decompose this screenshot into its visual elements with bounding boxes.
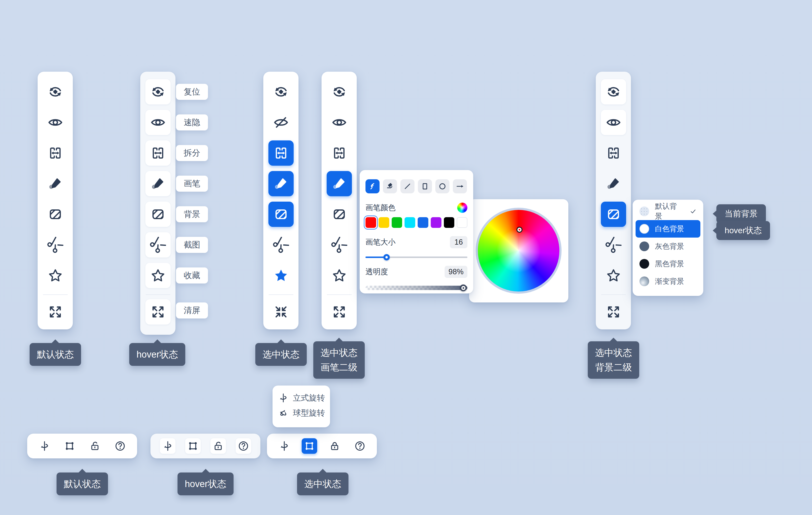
- screenshot-button[interactable]: [268, 232, 294, 258]
- toolbar-bottom-hover: [150, 434, 260, 458]
- brush-button-selected[interactable]: [268, 171, 294, 196]
- swatch-purple[interactable]: [431, 217, 441, 228]
- brush-color-row: 画笔颜色: [366, 202, 467, 213]
- frame-button-selected[interactable]: [302, 438, 317, 454]
- swatch-green[interactable]: [392, 217, 402, 228]
- rotate-vertical-button[interactable]: [37, 438, 52, 454]
- circle-icon: [438, 182, 447, 191]
- quick-hide-button[interactable]: [327, 110, 352, 135]
- screenshot-button[interactable]: [145, 232, 171, 258]
- lock-open-icon: [212, 440, 224, 452]
- line-tool-button[interactable]: [400, 179, 414, 193]
- brush-button[interactable]: [43, 171, 68, 196]
- arrow-tool-button[interactable]: [453, 179, 467, 193]
- split-button[interactable]: [43, 140, 68, 166]
- favorite-button[interactable]: [43, 263, 68, 288]
- swatch-red[interactable]: [366, 217, 376, 228]
- split-button[interactable]: [601, 140, 626, 166]
- lock-open-icon: [89, 440, 101, 452]
- background-button-selected[interactable]: [268, 201, 294, 227]
- pen-tool-button[interactable]: [366, 179, 380, 193]
- favorite-button[interactable]: [145, 263, 171, 288]
- background-button[interactable]: [43, 201, 68, 227]
- menu-item-black-bg[interactable]: 黑色背景: [636, 255, 700, 273]
- color-wheel-cursor[interactable]: [517, 227, 522, 232]
- help-button[interactable]: [236, 438, 251, 454]
- swatch-blue[interactable]: [418, 217, 428, 228]
- reset-button[interactable]: [268, 79, 294, 105]
- favorite-button[interactable]: [327, 263, 352, 288]
- background-button[interactable]: [145, 201, 171, 227]
- menu-item-gradient-bg[interactable]: 渐变背景: [636, 273, 700, 290]
- brush-size-value[interactable]: 16: [450, 236, 467, 248]
- background-icon: [606, 206, 621, 222]
- arrow-icon: [455, 182, 464, 191]
- split-button-selected[interactable]: [268, 140, 294, 166]
- opacity-value[interactable]: 98%: [444, 266, 467, 278]
- quick-hide-button[interactable]: [601, 110, 626, 135]
- lock-button[interactable]: [327, 438, 342, 454]
- swatch-white[interactable]: [457, 217, 467, 228]
- tooltip-reset: 复位: [176, 84, 208, 100]
- opacity-slider-knob[interactable]: [460, 284, 467, 291]
- eraser-tool-button[interactable]: [383, 179, 397, 193]
- help-button[interactable]: [352, 438, 368, 454]
- reset-icon: [47, 84, 63, 100]
- frame-button[interactable]: [62, 438, 78, 454]
- opacity-slider[interactable]: [366, 286, 467, 290]
- split-button[interactable]: [145, 140, 171, 166]
- menu-item-white-bg[interactable]: 白色背景: [636, 220, 700, 238]
- menu-item-label: 白色背景: [655, 224, 684, 234]
- lock-button[interactable]: [210, 438, 226, 454]
- brush-button[interactable]: [145, 171, 171, 196]
- quick-hide-button[interactable]: [145, 110, 171, 135]
- rect-tool-button[interactable]: [418, 179, 432, 193]
- color-wheel[interactable]: [476, 208, 561, 294]
- fullscreen-button[interactable]: [601, 299, 626, 325]
- screenshot-button[interactable]: [601, 232, 626, 258]
- callout-text-line1: 选中状态: [595, 346, 632, 360]
- fullscreen-button[interactable]: [43, 299, 68, 325]
- split-button[interactable]: [327, 140, 352, 166]
- brush-size-slider[interactable]: [366, 256, 467, 258]
- tooltip-background: 背景: [176, 206, 208, 222]
- lock-button[interactable]: [87, 438, 103, 454]
- swatch-cyan[interactable]: [405, 217, 415, 228]
- favorite-button-selected[interactable]: [268, 263, 294, 288]
- screenshot-button[interactable]: [327, 232, 352, 258]
- swatch-yellow[interactable]: [379, 217, 389, 228]
- menu-item-vertical-rotation[interactable]: 立式旋转: [278, 390, 325, 405]
- menu-item-sphere-rotation[interactable]: 球型旋转: [278, 405, 325, 421]
- brush-button-selected[interactable]: [327, 171, 352, 196]
- rotate-vertical-button[interactable]: [160, 438, 175, 454]
- frame-button[interactable]: [185, 438, 201, 454]
- slider-knob[interactable]: [383, 254, 390, 261]
- menu-item-gray-bg[interactable]: 灰色背景: [636, 238, 700, 255]
- background-button-selected[interactable]: [601, 201, 626, 227]
- brush-button[interactable]: [601, 171, 626, 196]
- screenshot-button[interactable]: [43, 232, 68, 258]
- fullscreen-button[interactable]: [145, 299, 171, 325]
- quick-hide-button[interactable]: [268, 110, 294, 135]
- background-button[interactable]: [327, 201, 352, 227]
- reset-button[interactable]: [145, 79, 171, 105]
- fullscreen-button[interactable]: [327, 299, 352, 325]
- reset-button[interactable]: [43, 79, 68, 105]
- color-wheel-icon[interactable]: [457, 202, 467, 213]
- help-button[interactable]: [112, 438, 128, 454]
- eye-icon: [331, 114, 347, 131]
- reset-button[interactable]: [601, 79, 626, 105]
- menu-item-default-bg[interactable]: 默认背景: [636, 202, 700, 220]
- eraser-icon: [385, 182, 395, 191]
- quick-hide-button[interactable]: [43, 110, 68, 135]
- exit-fullscreen-button[interactable]: [268, 299, 294, 325]
- tooltip-split: 拆分: [176, 145, 208, 161]
- scribble-icon: [368, 182, 377, 191]
- swatch-black[interactable]: [444, 217, 455, 228]
- reset-button[interactable]: [327, 79, 352, 105]
- draw-tools-row: [366, 179, 467, 193]
- tooltip-current-background: 当前背景: [716, 204, 766, 223]
- circle-tool-button[interactable]: [435, 179, 450, 193]
- favorite-button[interactable]: [601, 263, 626, 288]
- rotate-vertical-button[interactable]: [277, 438, 292, 454]
